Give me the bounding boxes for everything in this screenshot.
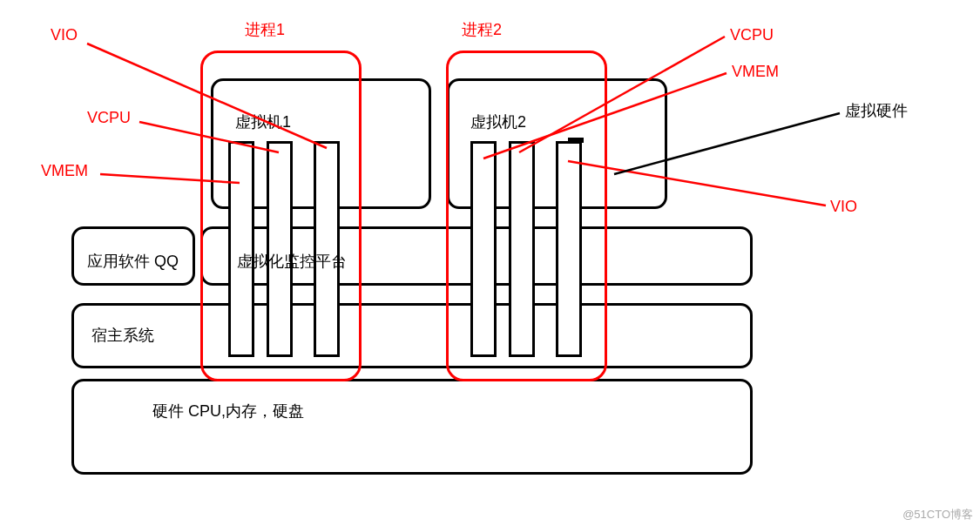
watermark: @51CTO博客 [902,507,973,523]
virtual-hw-label: 虚拟硬件 [845,100,908,121]
host-system-label: 宿主系统 [91,325,154,346]
app-software-label: 应用软件 QQ [87,251,179,272]
process1-label: 进程1 [245,19,285,40]
host-system-box [71,303,753,368]
vio-label-right: VIO [830,198,857,216]
vio-label-left: VIO [51,26,78,44]
process1-outline [200,51,362,381]
hardware-layer-box [71,379,753,475]
hardware-label: 硬件 CPU,内存，硬盘 [152,401,304,421]
vmem-label-left: VMEM [41,162,88,180]
virt-monitor-label: 虚拟化监控平台 [237,251,347,272]
vcpu-label-right: VCPU [730,26,774,44]
vm2-tick [568,138,584,143]
vmem-label-right: VMEM [732,63,779,81]
process2-outline [446,51,607,381]
process2-label: 进程2 [462,19,502,40]
vcpu-label-left: VCPU [87,109,131,127]
